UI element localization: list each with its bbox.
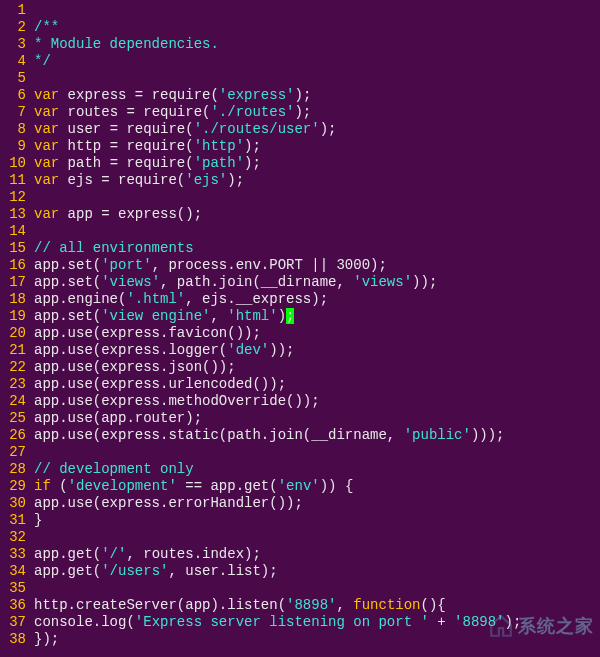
token-cmt: // development only <box>34 461 194 477</box>
line-content[interactable]: var app = express(); <box>34 206 600 223</box>
code-line[interactable]: 7var routes = require('./routes'); <box>0 104 600 121</box>
code-line[interactable]: 25app.use(app.router); <box>0 410 600 427</box>
code-line[interactable]: 1 <box>0 2 600 19</box>
code-line[interactable]: 26app.use(express.static(path.join(__dir… <box>0 427 600 444</box>
code-line[interactable]: 6var express = require('express'); <box>0 87 600 104</box>
line-content[interactable]: app.use(express.errorHandler()); <box>34 495 600 512</box>
code-line[interactable]: 16app.set('port', process.env.PORT || 30… <box>0 257 600 274</box>
line-content[interactable] <box>34 580 600 597</box>
line-content[interactable]: var user = require('./routes/user'); <box>34 121 600 138</box>
token-op: app.set( <box>34 257 101 273</box>
line-content[interactable]: // all environments <box>34 240 600 257</box>
line-content[interactable]: app.use(express.urlencoded()); <box>34 376 600 393</box>
code-line[interactable]: 38}); <box>0 631 600 648</box>
code-editor[interactable]: 12/**3 * Module dependencies.4 */56var e… <box>0 0 600 650</box>
line-content[interactable] <box>34 444 600 461</box>
code-line[interactable]: 8var user = require('./routes/user'); <box>0 121 600 138</box>
line-number: 31 <box>0 512 34 529</box>
code-line[interactable]: 21app.use(express.logger('dev')); <box>0 342 600 359</box>
line-content[interactable] <box>34 70 600 87</box>
code-line[interactable]: 10var path = require('path'); <box>0 155 600 172</box>
code-line[interactable]: 24app.use(express.methodOverride()); <box>0 393 600 410</box>
line-content[interactable]: */ <box>34 53 600 70</box>
line-content[interactable]: app.use(express.logger('dev')); <box>34 342 600 359</box>
code-line[interactable]: 17app.set('views', path.join(__dirname, … <box>0 274 600 291</box>
line-content[interactable]: http.createServer(app).listen('8898', fu… <box>34 597 600 614</box>
line-content[interactable]: app.set('port', process.env.PORT || 3000… <box>34 257 600 274</box>
line-content[interactable] <box>34 223 600 240</box>
token-str: 'html' <box>227 308 277 324</box>
token-str: '8898' <box>454 614 504 630</box>
line-number: 30 <box>0 495 34 512</box>
token-str: 'ejs' <box>185 172 227 188</box>
line-content[interactable]: * Module dependencies. <box>34 36 600 53</box>
line-content[interactable] <box>34 529 600 546</box>
token-str: './routes/user' <box>194 121 320 137</box>
token-op: http = require( <box>59 138 193 154</box>
line-content[interactable]: app.set('view engine', 'html'); <box>34 308 600 325</box>
code-line[interactable]: 15// all environments <box>0 240 600 257</box>
line-content[interactable]: app.engine('.html', ejs.__express); <box>34 291 600 308</box>
line-content[interactable]: app.set('views', path.join(__dirname, 'v… <box>34 274 600 291</box>
token-str: './routes' <box>210 104 294 120</box>
code-line[interactable]: 3 * Module dependencies. <box>0 36 600 53</box>
line-content[interactable]: app.use(express.static(path.join(__dirna… <box>34 427 600 444</box>
code-line[interactable]: 20app.use(express.favicon()); <box>0 325 600 342</box>
token-op: )) { <box>320 478 354 494</box>
line-content[interactable] <box>34 189 600 206</box>
line-content[interactable]: var express = require('express'); <box>34 87 600 104</box>
code-line[interactable]: 11var ejs = require('ejs'); <box>0 172 600 189</box>
line-number: 11 <box>0 172 34 189</box>
line-content[interactable]: var http = require('http'); <box>34 138 600 155</box>
token-op: app.use(express.errorHandler()); <box>34 495 303 511</box>
line-content[interactable]: var path = require('path'); <box>34 155 600 172</box>
code-line[interactable]: 18app.engine('.html', ejs.__express); <box>0 291 600 308</box>
code-line[interactable]: 31} <box>0 512 600 529</box>
code-line[interactable]: 14 <box>0 223 600 240</box>
code-line[interactable]: 9var http = require('http'); <box>0 138 600 155</box>
code-line[interactable]: 4 */ <box>0 53 600 70</box>
line-content[interactable]: } <box>34 512 600 529</box>
line-content[interactable]: }); <box>34 631 600 648</box>
code-line[interactable]: 2/** <box>0 19 600 36</box>
code-line[interactable]: 23app.use(express.urlencoded()); <box>0 376 600 393</box>
code-line[interactable]: 19app.set('view engine', 'html'); <box>0 308 600 325</box>
line-content[interactable]: var routes = require('./routes'); <box>34 104 600 121</box>
token-str: 'Express server listening on port ' <box>135 614 429 630</box>
token-op: express = require( <box>59 87 219 103</box>
line-content[interactable]: var ejs = require('ejs'); <box>34 172 600 189</box>
code-line[interactable]: 32 <box>0 529 600 546</box>
code-line[interactable]: 33app.get('/', routes.index); <box>0 546 600 563</box>
line-content[interactable]: console.log('Express server listening on… <box>34 614 600 631</box>
code-line[interactable]: 22app.use(express.json()); <box>0 359 600 376</box>
line-content[interactable]: app.use(app.router); <box>34 410 600 427</box>
line-content[interactable]: // development only <box>34 461 600 478</box>
code-line[interactable]: 29if ('development' == app.get('env')) { <box>0 478 600 495</box>
line-content[interactable]: app.use(express.favicon()); <box>34 325 600 342</box>
line-content[interactable]: app.get('/users', user.list); <box>34 563 600 580</box>
token-op: == app.get( <box>177 478 278 494</box>
line-content[interactable]: if ('development' == app.get('env')) { <box>34 478 600 495</box>
code-line[interactable]: 13var app = express(); <box>0 206 600 223</box>
code-line[interactable]: 30 app.use(express.errorHandler()); <box>0 495 600 512</box>
line-content[interactable]: app.get('/', routes.index); <box>34 546 600 563</box>
code-line[interactable]: 34app.get('/users', user.list); <box>0 563 600 580</box>
token-op: ))); <box>471 427 505 443</box>
line-content[interactable]: app.use(express.json()); <box>34 359 600 376</box>
code-line[interactable]: 5 <box>0 70 600 87</box>
code-line[interactable]: 35 <box>0 580 600 597</box>
code-line[interactable]: 28// development only <box>0 461 600 478</box>
code-line[interactable]: 37 console.log('Express server listening… <box>0 614 600 631</box>
code-line[interactable]: 36http.createServer(app).listen('8898', … <box>0 597 600 614</box>
token-str: 'views' <box>353 274 412 290</box>
token-op: , path.join(__dirname, <box>160 274 353 290</box>
code-line[interactable]: 12 <box>0 189 600 206</box>
line-number: 26 <box>0 427 34 444</box>
line-content[interactable] <box>34 2 600 19</box>
line-content[interactable]: app.use(express.methodOverride()); <box>34 393 600 410</box>
line-content[interactable]: /** <box>34 19 600 36</box>
token-cursor: ; <box>286 308 294 324</box>
token-str: 'view engine' <box>101 308 210 324</box>
code-line[interactable]: 27 <box>0 444 600 461</box>
line-number: 2 <box>0 19 34 36</box>
